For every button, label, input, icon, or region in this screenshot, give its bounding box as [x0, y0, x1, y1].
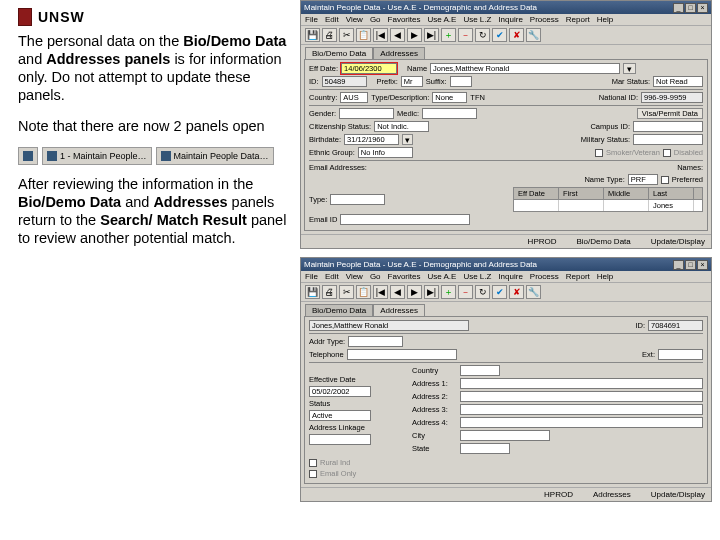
rural-checkbox[interactable]	[309, 459, 317, 467]
addr2-field[interactable]	[460, 391, 703, 402]
preferred-checkbox[interactable]	[661, 176, 669, 184]
minimize-button[interactable]: _	[673, 3, 684, 13]
add-icon[interactable]: ＋	[441, 28, 456, 42]
birthdate-field[interactable]: 31/12/1960	[344, 134, 399, 145]
city-field[interactable]	[460, 430, 550, 441]
medic-field[interactable]	[422, 108, 477, 119]
cut-icon[interactable]: ✂	[339, 285, 354, 299]
maximize-button[interactable]: □	[685, 260, 696, 270]
ethnic-field[interactable]: No Info	[358, 147, 413, 158]
military-field[interactable]	[633, 134, 703, 145]
citizen-field[interactable]: Not Indic.	[374, 121, 429, 132]
mar-status-field[interactable]: Not Read	[653, 76, 703, 87]
menu-item[interactable]: Help	[597, 15, 613, 24]
state-field[interactable]	[460, 443, 510, 454]
close-button[interactable]: ×	[697, 3, 708, 13]
nav-first-icon[interactable]: |◀	[373, 285, 388, 299]
email-only-checkbox[interactable]	[309, 470, 317, 478]
country-field[interactable]: AUS	[340, 92, 368, 103]
country-field[interactable]	[460, 365, 500, 376]
email-id-field[interactable]	[340, 214, 470, 225]
menu-item[interactable]: Inquire	[498, 15, 522, 24]
menu-item[interactable]: Use A.E	[427, 272, 456, 281]
refresh-icon[interactable]: ↻	[475, 28, 490, 42]
eff-date-field[interactable]: 14/06/2300	[341, 63, 397, 74]
campus-field[interactable]	[633, 121, 703, 132]
type-field[interactable]	[330, 194, 385, 205]
nav-last-icon[interactable]: ▶|	[424, 28, 439, 42]
menu-item[interactable]: Favorites	[388, 272, 421, 281]
tab-addresses[interactable]: Addresses	[373, 304, 425, 316]
smoker-vet-checkbox[interactable]	[595, 149, 603, 157]
menu-item[interactable]: View	[346, 15, 363, 24]
status-field[interactable]: Active	[309, 410, 371, 421]
refresh-icon[interactable]: ↻	[475, 285, 490, 299]
copy-icon[interactable]: 📋	[356, 28, 371, 42]
tab-bio-demo[interactable]: Bio/Demo Data	[305, 47, 373, 59]
menu-item[interactable]: Use A.E	[427, 15, 456, 24]
nav-prev-icon[interactable]: ◀	[390, 28, 405, 42]
tool-icon[interactable]: 🔧	[526, 285, 541, 299]
nav-next-icon[interactable]: ▶	[407, 285, 422, 299]
maximize-button[interactable]: □	[685, 3, 696, 13]
ext-field[interactable]	[658, 349, 703, 360]
menu-item[interactable]: Process	[530, 15, 559, 24]
menu-item[interactable]: Report	[566, 272, 590, 281]
addr-type-field[interactable]	[348, 336, 403, 347]
check-icon[interactable]: ✔	[492, 28, 507, 42]
nav-next-icon[interactable]: ▶	[407, 28, 422, 42]
check-icon[interactable]: ✔	[492, 285, 507, 299]
nav-first-icon[interactable]: |◀	[373, 28, 388, 42]
expand-icon[interactable]: ▾	[623, 63, 636, 74]
menu-item[interactable]: Process	[530, 272, 559, 281]
menu-item[interactable]: Use L.Z	[463, 272, 491, 281]
save-icon[interactable]: 💾	[305, 28, 320, 42]
menubar: File Edit View Go Favorites Use A.E Use …	[301, 14, 711, 26]
visa-button[interactable]: Visa/Permit Data	[637, 108, 703, 119]
cancel-icon[interactable]: ✘	[509, 285, 524, 299]
addr-linkage-field[interactable]	[309, 434, 371, 445]
menu-item[interactable]: Edit	[325, 272, 339, 281]
calendar-icon[interactable]: ▾	[402, 134, 413, 145]
cancel-icon[interactable]: ✘	[509, 28, 524, 42]
menu-item[interactable]: Inquire	[498, 272, 522, 281]
name-field[interactable]: Jones,Matthew Ronald	[430, 63, 620, 74]
addr4-field[interactable]	[460, 417, 703, 428]
menu-item[interactable]: Use L.Z	[463, 15, 491, 24]
menu-item[interactable]: Edit	[325, 15, 339, 24]
tab-addresses[interactable]: Addresses	[373, 47, 425, 59]
eff-date-field[interactable]: 05/02/2002	[309, 386, 371, 397]
tool-icon[interactable]: 🔧	[526, 28, 541, 42]
tab-bio-demo[interactable]: Bio/Demo Data	[305, 304, 373, 316]
minimize-button[interactable]: _	[673, 260, 684, 270]
add-icon[interactable]: ＋	[441, 285, 456, 299]
nav-last-icon[interactable]: ▶|	[424, 285, 439, 299]
addr1-field[interactable]	[460, 378, 703, 389]
gender-field[interactable]	[339, 108, 394, 119]
delete-icon[interactable]: －	[458, 28, 473, 42]
close-button[interactable]: ×	[697, 260, 708, 270]
cut-icon[interactable]: ✂	[339, 28, 354, 42]
name-type-field[interactable]: PRF	[628, 174, 658, 185]
save-icon[interactable]: 💾	[305, 285, 320, 299]
menu-item[interactable]: Go	[370, 272, 381, 281]
menu-item[interactable]: View	[346, 272, 363, 281]
suffix-field[interactable]	[450, 76, 472, 87]
prefix-field[interactable]: Mr	[401, 76, 423, 87]
menu-item[interactable]: File	[305, 272, 318, 281]
telephone-field[interactable]	[347, 349, 457, 360]
menu-item[interactable]: File	[305, 15, 318, 24]
menu-item[interactable]: Favorites	[388, 15, 421, 24]
disabled-checkbox[interactable]	[663, 149, 671, 157]
nav-prev-icon[interactable]: ◀	[390, 285, 405, 299]
menu-item[interactable]: Help	[597, 272, 613, 281]
names-grid-row[interactable]: Jones	[513, 200, 703, 212]
print-icon[interactable]: 🖨	[322, 28, 337, 42]
print-icon[interactable]: 🖨	[322, 285, 337, 299]
addr3-field[interactable]	[460, 404, 703, 415]
menu-item[interactable]: Report	[566, 15, 590, 24]
type-desc-field[interactable]: None	[432, 92, 467, 103]
menu-item[interactable]: Go	[370, 15, 381, 24]
delete-icon[interactable]: －	[458, 285, 473, 299]
copy-icon[interactable]: 📋	[356, 285, 371, 299]
